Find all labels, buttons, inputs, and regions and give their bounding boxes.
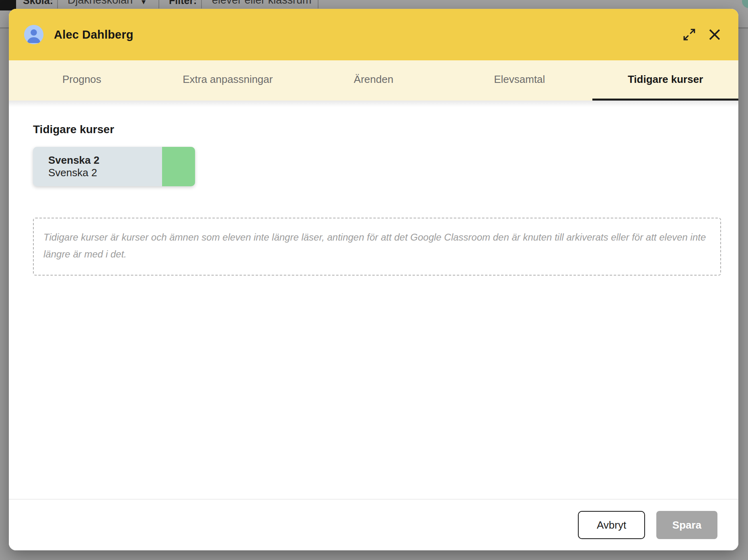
info-text: Tidigare kurser är kurser och ämnen som …: [43, 232, 706, 259]
dialog-header: Alec Dahlberg: [9, 9, 738, 60]
toolbar-divider: [201, 0, 202, 8]
caret-down-icon[interactable]: ▾: [142, 0, 146, 6]
save-button[interactable]: Spara: [656, 511, 717, 539]
tab-prognos[interactable]: Prognos: [9, 60, 155, 101]
course-status-indicator: [162, 147, 195, 186]
toolbar-divider: [158, 0, 159, 8]
dialog-footer: Avbryt Spara: [9, 499, 738, 550]
dialog-content: Tidigare kurser Svenska 2 Svenska 2 Tidi…: [9, 101, 738, 499]
close-icon: [707, 27, 722, 42]
filter-label: Filter:: [169, 0, 197, 6]
user-avatar-background-page[interactable]: [742, 0, 748, 8]
student-avatar: [24, 25, 43, 44]
tab-arenden[interactable]: Ärenden: [301, 60, 447, 101]
person-icon: [24, 25, 43, 44]
course-card[interactable]: Svenska 2 Svenska 2: [33, 147, 195, 186]
student-dialog: Alec Dahlberg Prognos Extra anpassn: [9, 9, 738, 550]
expand-icon: [682, 27, 697, 42]
dialog-tab-bar: Prognos Extra anpassningar Ärenden Elevs…: [9, 60, 738, 101]
filter-input[interactable]: elever eller klassrum: [212, 0, 312, 6]
toolbar-divider: [318, 0, 319, 8]
section-heading: Tidigare kurser: [33, 101, 721, 136]
tab-elevsamtal[interactable]: Elevsamtal: [446, 60, 592, 101]
tab-extra-anpassningar[interactable]: Extra anpassningar: [155, 60, 301, 101]
cancel-button[interactable]: Avbryt: [578, 511, 645, 539]
tab-tidigare-kurser[interactable]: Tidigare kurser: [592, 60, 738, 101]
expand-button[interactable]: [682, 27, 697, 42]
close-button[interactable]: [707, 27, 722, 42]
screen: Skola: Djäkneskolan ▾ Filter: elever ell…: [0, 0, 748, 560]
school-label: Skola:: [23, 0, 53, 6]
school-select[interactable]: Djäkneskolan: [68, 0, 133, 6]
info-box: Tidigare kurser är kurser och ämnen som …: [33, 218, 721, 276]
dialog-title: Alec Dahlberg: [54, 28, 134, 41]
toolbar-divider: [57, 0, 58, 8]
